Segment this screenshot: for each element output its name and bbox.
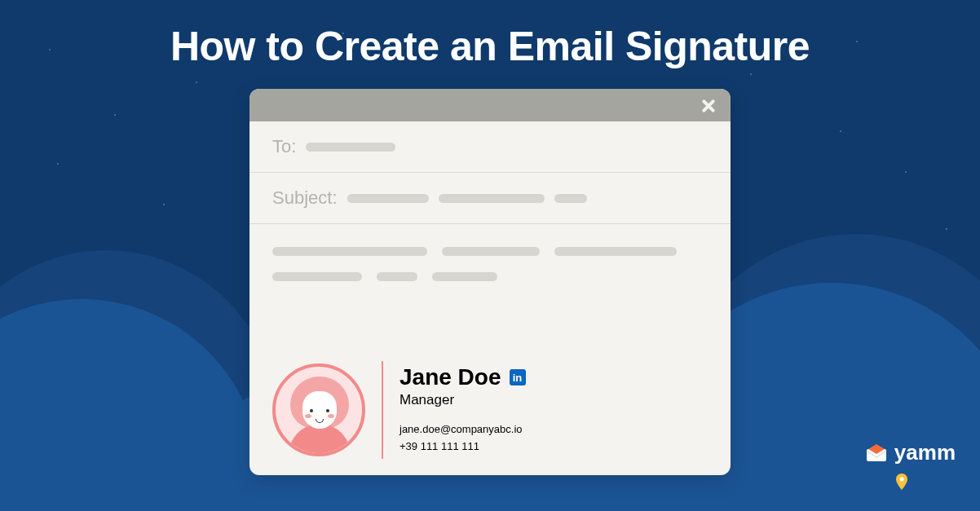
placeholder-bar	[272, 247, 427, 256]
signature-role: Manager	[400, 392, 526, 408]
placeholder-bar	[377, 272, 417, 281]
placeholder-bar	[554, 194, 587, 203]
placeholder-bar	[306, 143, 395, 152]
signature-divider	[382, 361, 383, 459]
signature-email: jane.doe@companyabc.io	[400, 421, 526, 438]
brand-badge: yamm	[865, 440, 956, 490]
placeholder-bar	[272, 272, 362, 281]
subject-label: Subject:	[272, 187, 338, 209]
pin-icon	[895, 474, 908, 490]
linkedin-icon[interactable]: in	[510, 369, 526, 385]
to-field-row[interactable]: To:	[249, 121, 731, 173]
placeholder-bar	[347, 194, 429, 203]
to-label: To:	[272, 136, 296, 157]
email-body[interactable]	[249, 224, 731, 320]
signature-phone: +39 111 111 111	[400, 438, 526, 456]
placeholder-bar	[554, 247, 677, 256]
signature-name: Jane Doe	[400, 364, 501, 390]
envelope-icon	[865, 444, 888, 462]
avatar	[272, 363, 365, 456]
placeholder-bar	[432, 272, 497, 281]
email-compose-window: To: Subject:	[249, 89, 731, 475]
email-signature: Jane Doe in Manager jane.doe@companyabc.…	[272, 361, 708, 459]
svg-point-1	[900, 478, 904, 482]
window-titlebar	[249, 89, 731, 121]
page-title: How to Create an Email Signature	[0, 23, 980, 70]
signature-details: Jane Doe in Manager jane.doe@companyabc.…	[400, 364, 526, 456]
placeholder-bar	[439, 194, 545, 203]
brand-name: yamm	[894, 440, 956, 465]
close-icon[interactable]	[701, 98, 716, 112]
placeholder-bar	[442, 247, 540, 256]
subject-field-row[interactable]: Subject:	[249, 173, 731, 224]
